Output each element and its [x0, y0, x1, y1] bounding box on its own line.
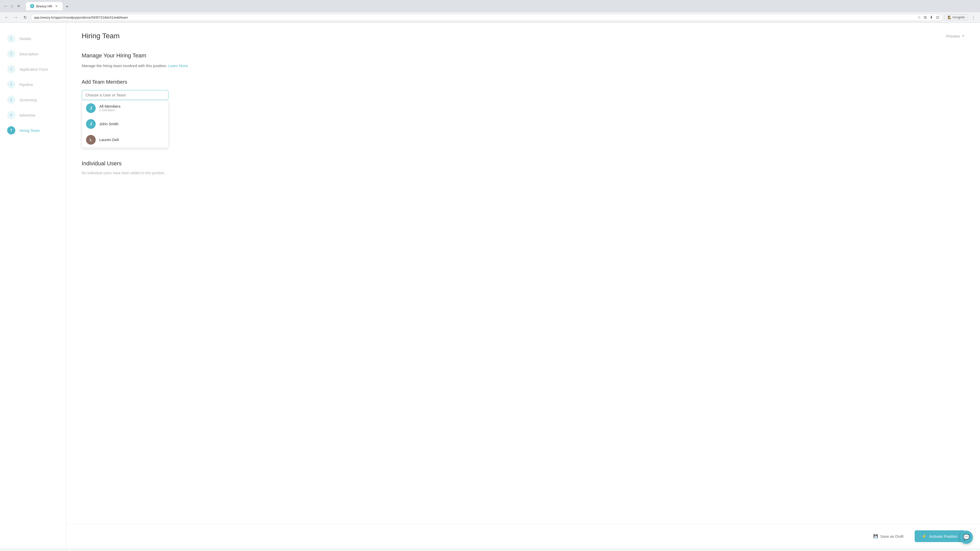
preview-link[interactable]: Preview ↗ — [946, 34, 965, 38]
lauren-deli-name: Lauren Deli — [99, 138, 119, 142]
dropdown-item-all-members[interactable]: J All Members 2 members — [82, 100, 168, 116]
manage-section-title: Manage Your Hiring Team — [82, 52, 965, 59]
add-members-title: Add Team Members — [82, 79, 965, 85]
no-users-message: No individual users have been added to t… — [82, 171, 965, 175]
browser-titlebar: ─ □ ✕ B Breezy HR ✕ + — [0, 0, 980, 12]
john-smith-name: John Smith — [99, 122, 118, 126]
sidebar-item-hiring-team[interactable]: 7 Hiring Team — [0, 123, 66, 138]
sidebar-label-description: Description — [19, 52, 38, 56]
tab-bar: B Breezy HR ✕ + — [23, 2, 74, 10]
dropdown-item-lauren-deli[interactable]: L Lauren Deli — [82, 132, 168, 148]
dropdown-item-john-smith[interactable]: J John Smith — [82, 116, 168, 132]
incognito-icon: 🕵 — [948, 16, 951, 19]
step-circle-7: 7 — [7, 126, 15, 135]
page-header: Hiring Team Preview ↗ — [82, 32, 965, 40]
window-controls: ─ □ ✕ — [3, 4, 21, 8]
user-team-search-input[interactable] — [82, 90, 169, 100]
activate-label: Activate Position — [929, 534, 958, 538]
individual-users-section: Individual Users No individual users hav… — [82, 160, 965, 175]
url-text: app.breezy.hr/app/c/moodjoy/positions/59… — [34, 16, 915, 19]
download-icon[interactable]: ⬇ — [930, 15, 933, 20]
incognito-label: Incognito — [953, 16, 965, 19]
save-draft-label: Save as Draft — [880, 534, 904, 538]
incognito-badge: 🕵 Incognito — [945, 14, 968, 21]
extensions-icon[interactable]: ⧉ — [924, 15, 927, 20]
minimize-button[interactable]: ─ — [3, 4, 8, 8]
step-circle-2: 2 — [7, 50, 15, 58]
sidebar-label-pipeline: Pipeline — [19, 83, 33, 87]
url-bar[interactable]: app.breezy.hr/app/c/moodjoy/positions/59… — [30, 14, 943, 21]
activate-icon: ⚡ — [922, 534, 927, 538]
sidebar-label-details: Details — [19, 37, 31, 41]
split-view-icon[interactable]: ⊡ — [936, 15, 939, 20]
lauren-deli-avatar: L — [86, 135, 96, 144]
active-tab[interactable]: B Breezy HR ✕ — [26, 2, 62, 10]
tab-close-button[interactable]: ✕ — [54, 4, 59, 8]
individual-users-title: Individual Users — [82, 160, 965, 167]
all-members-sub: 2 members — [99, 108, 121, 112]
maximize-button[interactable]: □ — [10, 4, 14, 8]
step-circle-5: 5 — [7, 96, 15, 104]
browser-chrome: ─ □ ✕ B Breezy HR ✕ + ← → ↻ app.breezy.h… — [0, 0, 980, 23]
step-circle-1: 1 — [7, 35, 15, 43]
sidebar-item-application-form[interactable]: 3 Application Form — [0, 62, 66, 77]
step-circle-3: 3 — [7, 65, 15, 73]
url-icons: ☆ ⧉ ⬇ ⊡ — [918, 15, 939, 20]
main-content: Hiring Team Preview ↗ Manage Your Hiring… — [66, 23, 980, 524]
john-smith-avatar: J — [86, 119, 96, 129]
tab-favicon: B — [30, 4, 34, 8]
sidebar-item-details[interactable]: 1 Details — [0, 31, 66, 46]
sidebar-label-screening: Screening — [19, 98, 37, 102]
menu-button[interactable]: ⋮ — [970, 14, 977, 21]
sidebar-item-screening[interactable]: 5 Screening — [0, 92, 66, 107]
bookmark-icon[interactable]: ☆ — [918, 15, 921, 20]
lauren-deli-info: Lauren Deli — [99, 138, 119, 142]
sidebar-label-hiring-team: Hiring Team — [19, 128, 40, 133]
activate-position-button[interactable]: ⚡ Activate Position — [915, 530, 965, 542]
manage-section-desc: Manage the hiring team involved with thi… — [82, 63, 965, 69]
sidebar-label-advertise: Advertise — [19, 113, 35, 118]
chat-support-button[interactable]: 💬 — [959, 530, 973, 544]
close-button[interactable]: ✕ — [16, 4, 21, 8]
john-smith-info: John Smith — [99, 122, 118, 126]
back-button[interactable]: ← — [3, 14, 10, 21]
search-input-wrapper — [82, 90, 169, 100]
save-draft-icon: 💾 — [873, 534, 878, 538]
sidebar-item-advertise[interactable]: 6 Advertise — [0, 107, 66, 123]
forward-button[interactable]: → — [12, 14, 19, 21]
step-circle-6: 6 — [7, 111, 15, 119]
page-title: Hiring Team — [82, 32, 120, 40]
sidebar-label-application-form: Application Form — [19, 67, 48, 71]
sidebar-item-description[interactable]: 2 Description — [0, 46, 66, 62]
team-member-dropdown: J All Members 2 members J John Smith L L… — [82, 100, 169, 148]
sidebar: 1 Details 2 Description 3 Application Fo… — [0, 23, 66, 548]
reload-button[interactable]: ↻ — [21, 14, 29, 21]
page-footer: 💾 Save as Draft ⚡ Activate Position — [66, 524, 980, 548]
new-tab-button[interactable]: + — [64, 3, 71, 10]
all-members-info: All Members 2 members — [99, 104, 121, 112]
tab-title: Breezy HR — [36, 4, 52, 8]
all-members-avatar: J — [86, 103, 96, 113]
all-members-name: All Members — [99, 104, 121, 108]
preview-label: Preview — [946, 34, 960, 38]
preview-external-icon: ↗ — [961, 34, 965, 38]
address-bar: ← → ↻ app.breezy.hr/app/c/moodjoy/positi… — [0, 12, 980, 22]
learn-more-link[interactable]: Learn More — [168, 64, 188, 68]
chat-bubble-icon: 💬 — [963, 534, 970, 540]
manage-section-desc-text: Manage the hiring team involved with thi… — [82, 64, 167, 68]
step-circle-4: 4 — [7, 80, 15, 89]
app-container: 1 Details 2 Description 3 Application Fo… — [0, 23, 980, 548]
save-draft-button[interactable]: 💾 Save as Draft — [866, 531, 911, 541]
sidebar-item-pipeline[interactable]: 4 Pipeline — [0, 77, 66, 92]
